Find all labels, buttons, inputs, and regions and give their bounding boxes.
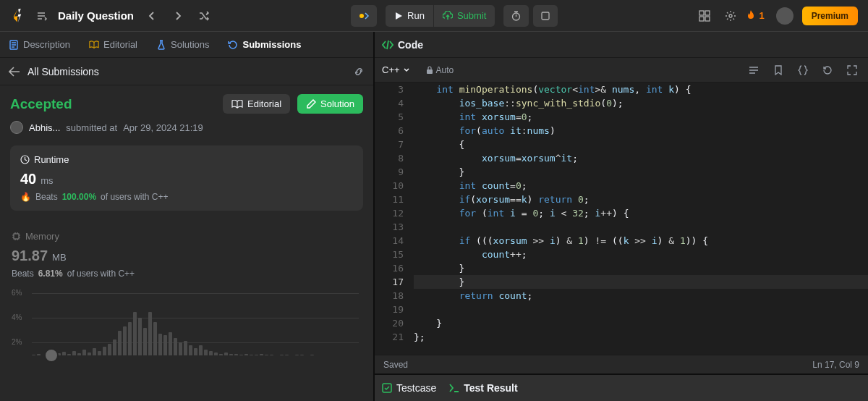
solution-button[interactable]: Solution [297, 94, 363, 114]
language-select[interactable]: C++ [382, 64, 410, 75]
hist-bar [103, 347, 106, 355]
code-line: 21}; [375, 330, 868, 344]
hist-bar [128, 322, 132, 355]
hist-bar [169, 332, 172, 355]
your-position-marker [44, 348, 59, 363]
editor-toolbar: C++ Auto [375, 58, 868, 83]
hist-bar [93, 348, 96, 355]
next-icon[interactable] [167, 5, 189, 27]
hist-bar [300, 355, 304, 355]
layout-icon[interactable] [694, 5, 715, 27]
hist-bar [179, 342, 182, 355]
editorial-button[interactable]: Editorial [223, 94, 290, 114]
bookmark-icon[interactable] [770, 62, 787, 79]
check-box-icon [382, 383, 392, 393]
run-button[interactable]: Run [386, 5, 433, 27]
hist-bar [138, 318, 142, 355]
left-tabs: Description Editorial Solutions Submissi… [0, 32, 373, 58]
chevron-down-icon [403, 67, 410, 74]
edit-icon [306, 99, 316, 109]
hist-bar [98, 351, 101, 355]
tab-description[interactable]: Description [4, 36, 75, 53]
hist-bar [229, 354, 233, 355]
leaf-icon: 🔥 [20, 192, 31, 202]
svg-rect-5 [699, 17, 704, 21]
verdict-status: Accepted [10, 96, 72, 112]
hist-bar [174, 338, 177, 355]
format-icon[interactable] [745, 62, 762, 79]
hist-bar [194, 348, 197, 355]
hist-bar [244, 354, 248, 355]
tab-testcase[interactable]: Testcase [382, 382, 436, 394]
tab-editorial[interactable]: Editorial [85, 36, 142, 53]
runtime-value: 40 [20, 171, 36, 187]
code-line: 4 ios_base::sync_with_stdio(0); [375, 96, 868, 110]
code-line: 8 xorsum=xorsum^it; [375, 151, 868, 165]
note-icon[interactable] [533, 5, 558, 27]
problem-list-icon[interactable] [30, 5, 52, 27]
code-line: 11 if(xorsum==k) return 0; [375, 193, 868, 206]
hist-bar [153, 322, 157, 355]
code-line: 9 } [375, 165, 868, 179]
hist-bar [270, 355, 273, 355]
hist-bar [88, 353, 91, 355]
cursor-position: Ln 17, Col 9 [812, 360, 859, 370]
hist-bar [265, 355, 268, 355]
debug-icon[interactable] [351, 5, 377, 27]
tab-test-result[interactable]: Test Result [449, 382, 517, 394]
premium-button[interactable]: Premium [802, 7, 858, 25]
code-editor[interactable]: 3 int minOperations(vector<int>& nums, i… [375, 83, 868, 355]
memory-value: 91.87 [12, 248, 48, 264]
hist-bar [250, 355, 253, 355]
fullscreen-icon[interactable] [843, 62, 861, 79]
hist-bar [82, 350, 86, 355]
shuffle-icon[interactable] [193, 5, 215, 27]
hist-bar [148, 312, 152, 355]
history-icon [228, 40, 238, 50]
submissions-subheader: All Submissions [0, 58, 373, 85]
code-line: 16 } [375, 261, 868, 275]
tab-submissions[interactable]: Submissions [224, 36, 305, 53]
svg-rect-2 [542, 12, 549, 20]
svg-point-0 [359, 14, 364, 18]
submit-button[interactable]: Submit [434, 5, 495, 27]
submission-meta: Abhis... submitted at Apr 29, 2024 21:19 [10, 121, 363, 134]
hist-bar [62, 352, 66, 355]
svg-rect-6 [705, 17, 710, 21]
hist-bar [199, 345, 203, 355]
settings-icon[interactable] [720, 5, 741, 27]
copy-link-icon[interactable] [353, 66, 365, 77]
code-line: 3 int minOperations(vector<int>& nums, i… [375, 83, 868, 96]
hist-bar [310, 355, 314, 355]
memory-card[interactable]: Memory 91.87 MB Beats 6.81% of users wit… [10, 222, 363, 364]
code-line: 15 count++; [375, 248, 868, 261]
hist-bar [214, 353, 218, 355]
chip-icon [12, 232, 21, 241]
code-line: 6 for(auto it:nums) [375, 124, 868, 138]
hist-bar [239, 355, 243, 355]
svg-rect-11 [427, 69, 433, 74]
submitter-avatar [10, 121, 23, 134]
code-line: 18 return count; [375, 289, 868, 303]
back-icon[interactable] [9, 67, 20, 77]
reset-icon[interactable] [819, 62, 836, 79]
svg-rect-10 [14, 234, 19, 239]
hist-bar [32, 355, 35, 355]
hist-bar [133, 312, 137, 355]
braces-icon[interactable] [794, 62, 812, 79]
terminal-icon [449, 384, 459, 392]
code-line: 19 [375, 303, 868, 316]
top-bar: Daily Question Run Submit 1 Premium [0, 0, 868, 32]
timer-icon[interactable] [503, 5, 529, 27]
memory-histogram: 6% 4% 2% [12, 292, 362, 355]
hist-bar [113, 339, 116, 355]
prev-icon[interactable] [141, 5, 163, 27]
user-avatar[interactable] [776, 7, 793, 25]
hist-bar [204, 350, 208, 355]
tab-solutions[interactable]: Solutions [152, 36, 213, 53]
streak-counter[interactable]: 1 [746, 10, 764, 22]
runtime-card[interactable]: Runtime 40 ms 🔥 Beats 100.00% of users w… [10, 145, 363, 211]
streak-value: 1 [759, 10, 764, 21]
code-line: 12 for (int i = 0; i < 32; i++) { [375, 206, 868, 220]
leetcode-logo[interactable] [10, 8, 26, 24]
